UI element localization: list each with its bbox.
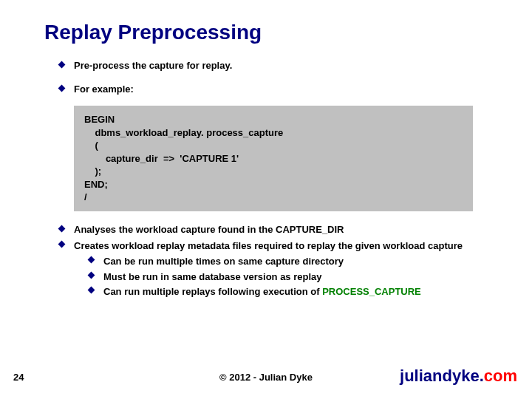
bullet-text: Pre-process the capture for replay. [74, 59, 232, 72]
bullet-item: For example: [44, 83, 488, 96]
diamond-icon [89, 273, 96, 280]
bullet-item: Analyses the workload capture found in t… [44, 223, 488, 236]
code-block: BEGIN dbms_workload_replay. process_capt… [74, 106, 473, 211]
bullet-text: For example: [74, 83, 134, 96]
bullet-text: Analyses the workload capture found in t… [74, 223, 344, 236]
bullet-item: Creates workload replay metadata files r… [44, 239, 488, 300]
diamond-icon [59, 242, 66, 249]
sub-bullet-text: Can be run multiple times on same captur… [103, 255, 344, 268]
diamond-icon [89, 287, 96, 295]
sub-bullet-text: Can run multiple replays following execu… [103, 285, 421, 299]
site-url: juliandyke.com [400, 366, 517, 386]
keyword-highlight: PROCESS_CAPTURE [322, 286, 421, 297]
diamond-icon [59, 86, 66, 93]
bullet-item: Pre-process the capture for replay. [44, 59, 488, 72]
sub-bullet-item: Can be run multiple times on same captur… [74, 255, 463, 268]
diamond-icon [89, 257, 96, 265]
diamond-icon [59, 62, 66, 69]
bullet-text: Creates workload replay metadata files r… [74, 240, 463, 251]
diamond-icon [59, 226, 66, 233]
sub-bullet-item: Must be run in same database version as … [74, 270, 463, 284]
sub-bullet-item: Can run multiple replays following execu… [74, 285, 463, 299]
sub-bullet-text: Must be run in same database version as … [103, 270, 322, 284]
slide-title: Replay Preprocessing [44, 21, 488, 44]
